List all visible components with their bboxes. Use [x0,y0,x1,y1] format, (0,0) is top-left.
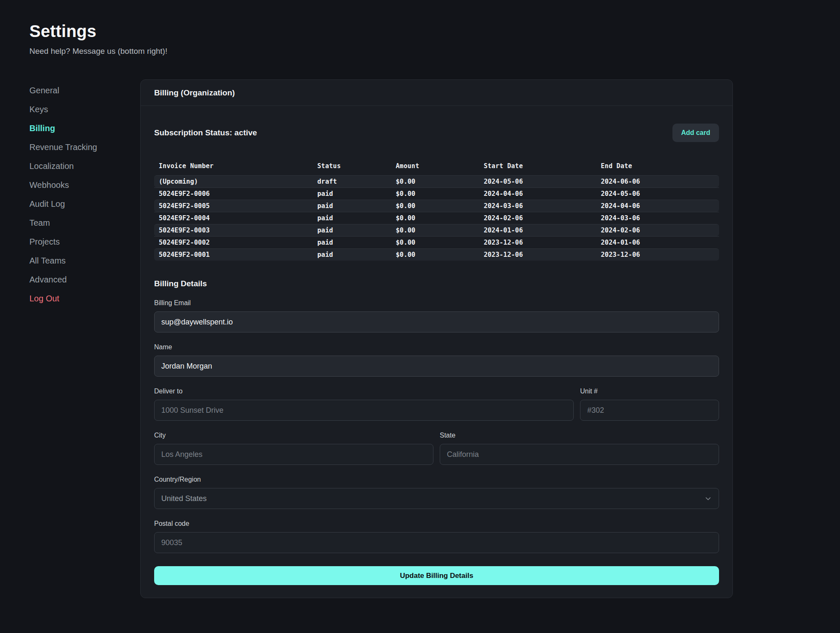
column-invoice-number: Invoice Number [159,162,318,170]
invoice-amount-cell: $0.00 [396,239,483,246]
sidebar-item-label: General [29,86,59,95]
invoice-status-cell: paid [318,202,396,210]
column-start-date: Start Date [484,162,601,170]
subscription-row: Subscription Status: active Add card [154,124,719,142]
invoice-row: 5024E9F2-0006 paid $0.00 2024-04-06 2024… [154,187,719,200]
main-layout: General Keys Billing Revenue Tracking Lo… [0,79,840,598]
sidebar-item-audit-log[interactable]: Audit Log [29,195,140,214]
invoice-status-cell: draft [318,178,396,185]
sidebar-item-label: Log Out [29,294,59,303]
invoice-end-date-cell: 2024-02-06 [601,227,719,234]
invoice-number-cell: 5024E9F2-0006 [159,190,318,198]
invoice-table-header: Invoice Number Status Amount Start Date … [154,160,719,172]
sidebar-item-label: Billing [29,124,55,133]
invoice-end-date-cell: 2024-04-06 [601,202,719,210]
name-label: Name [154,343,719,351]
sidebar-item-projects[interactable]: Projects [29,232,140,251]
page-title: Settings [29,22,840,41]
country-select-wrap: United States [154,488,719,509]
update-billing-details-button[interactable]: Update Billing Details [154,566,719,585]
sidebar-item-keys[interactable]: Keys [29,100,140,119]
billing-panel: Billing (Organization) Subscription Stat… [140,79,733,598]
invoice-start-date-cell: 2024-01-06 [484,227,601,234]
sidebar-item-team[interactable]: Team [29,214,140,232]
address-row: Deliver to Unit # [154,377,719,421]
add-card-button[interactable]: Add card [672,124,719,142]
sidebar-item-label: Localization [29,161,74,171]
invoice-number-cell: 5024E9F2-0004 [159,214,318,222]
invoice-number-cell: (Upcoming) [159,178,318,185]
unit-input[interactable] [580,400,719,421]
page-subtitle: Need help? Message us (bottom right)! [29,47,840,56]
sidebar-item-label: Advanced [29,275,67,285]
city-label: City [154,432,433,439]
name-input[interactable] [154,356,719,377]
invoice-number-cell: 5024E9F2-0003 [159,227,318,234]
postal-code-label: Postal code [154,520,719,528]
panel-title: Billing (Organization) [154,88,235,98]
state-input[interactable] [440,444,719,465]
invoice-start-date-cell: 2023-12-06 [484,239,601,246]
invoice-start-date-cell: 2024-05-06 [484,178,601,185]
invoice-number-cell: 5024E9F2-0001 [159,251,318,258]
invoice-end-date-cell: 2024-06-06 [601,178,719,185]
sidebar-item-log-out[interactable]: Log Out [29,289,140,308]
postal-code-input[interactable] [154,532,719,553]
invoice-amount-cell: $0.00 [396,178,483,185]
invoice-end-date-cell: 2024-03-06 [601,214,719,222]
city-state-row: City State [154,421,719,465]
country-selected-value: United States [161,494,207,503]
invoice-start-date-cell: 2023-12-06 [484,251,601,258]
invoice-start-date-cell: 2024-03-06 [484,202,601,210]
sidebar-item-label: All Teams [29,256,66,266]
invoice-end-date-cell: 2024-05-06 [601,190,719,198]
invoice-end-date-cell: 2023-12-06 [601,251,719,258]
invoice-row: 5024E9F2-0005 paid $0.00 2024-03-06 2024… [154,200,719,212]
deliver-to-input[interactable] [154,400,574,421]
deliver-to-label: Deliver to [154,388,574,395]
column-end-date: End Date [601,162,719,170]
invoice-row: 5024E9F2-0001 paid $0.00 2023-12-06 2023… [154,248,719,261]
invoice-number-cell: 5024E9F2-0005 [159,202,318,210]
sidebar-item-general[interactable]: General [29,81,140,100]
column-amount: Amount [396,162,483,170]
invoice-row: (Upcoming) draft $0.00 2024-05-06 2024-0… [154,175,719,187]
invoice-amount-cell: $0.00 [396,214,483,222]
invoice-row: 5024E9F2-0002 paid $0.00 2023-12-06 2024… [154,236,719,248]
billing-email-input[interactable] [154,311,719,332]
sidebar-item-label: Team [29,218,50,228]
invoice-number-cell: 5024E9F2-0002 [159,239,318,246]
panel-body: Subscription Status: active Add card Inv… [141,106,732,598]
invoice-start-date-cell: 2024-02-06 [484,214,601,222]
invoice-amount-cell: $0.00 [396,190,483,198]
billing-details-heading: Billing Details [154,279,719,288]
invoice-table: Invoice Number Status Amount Start Date … [154,160,719,261]
country-label: Country/Region [154,476,719,483]
column-status: Status [318,162,396,170]
sidebar-item-localization[interactable]: Localization [29,157,140,176]
invoice-status-cell: paid [318,190,396,198]
state-label: State [440,432,719,439]
sidebar-item-label: Webhooks [29,180,69,190]
unit-label: Unit # [580,388,719,395]
invoice-start-date-cell: 2024-04-06 [484,190,601,198]
billing-email-label: Billing Email [154,299,719,307]
invoice-amount-cell: $0.00 [396,227,483,234]
sidebar-item-all-teams[interactable]: All Teams [29,251,140,270]
sidebar-item-label: Projects [29,237,60,247]
city-input[interactable] [154,444,433,465]
sidebar-item-revenue-tracking[interactable]: Revenue Tracking [29,138,140,157]
sidebar-item-advanced[interactable]: Advanced [29,270,140,289]
sidebar-item-billing[interactable]: Billing [29,119,140,138]
invoice-end-date-cell: 2024-01-06 [601,239,719,246]
country-select[interactable]: United States [154,488,719,509]
invoice-amount-cell: $0.00 [396,251,483,258]
sidebar-item-label: Audit Log [29,199,65,209]
settings-sidebar: General Keys Billing Revenue Tracking Lo… [29,79,140,308]
invoice-status-cell: paid [318,227,396,234]
invoice-row: 5024E9F2-0003 paid $0.00 2024-01-06 2024… [154,224,719,236]
sidebar-item-label: Keys [29,105,48,114]
sidebar-item-webhooks[interactable]: Webhooks [29,176,140,195]
invoice-amount-cell: $0.00 [396,202,483,210]
invoice-status-cell: paid [318,214,396,222]
